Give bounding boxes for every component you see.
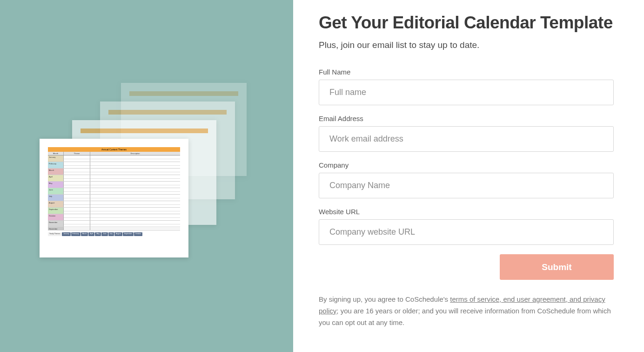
full-name-label: Full Name <box>319 68 614 76</box>
email-label: Email Address <box>319 115 614 122</box>
template-preview-stack: Annual Content Themes Month Theme Descri… <box>40 83 254 269</box>
company-input[interactable] <box>319 173 614 198</box>
preview-title: Annual Content Themes <box>48 147 180 152</box>
disclaimer-text: By signing up, you agree to CoSchedule's… <box>319 294 614 328</box>
preview-tabs: Yearly Themes JanuaryFebruary MarchApril… <box>48 232 180 236</box>
preview-sheet-1: Annual Content Themes Month Theme Descri… <box>40 139 188 257</box>
page-title: Get Your Editorial Calendar Template <box>319 13 614 33</box>
preview-panel: Annual Content Themes Month Theme Descri… <box>0 0 293 352</box>
email-input[interactable] <box>319 126 614 152</box>
form-panel: Get Your Editorial Calendar Template Plu… <box>293 0 644 352</box>
website-input[interactable] <box>319 219 614 245</box>
company-label: Company <box>319 161 614 169</box>
website-label: Website URL <box>319 208 614 216</box>
submit-button[interactable]: Submit <box>500 254 614 280</box>
page-subtitle: Plus, join our email list to stay up to … <box>319 40 614 50</box>
full-name-input[interactable] <box>319 80 614 105</box>
